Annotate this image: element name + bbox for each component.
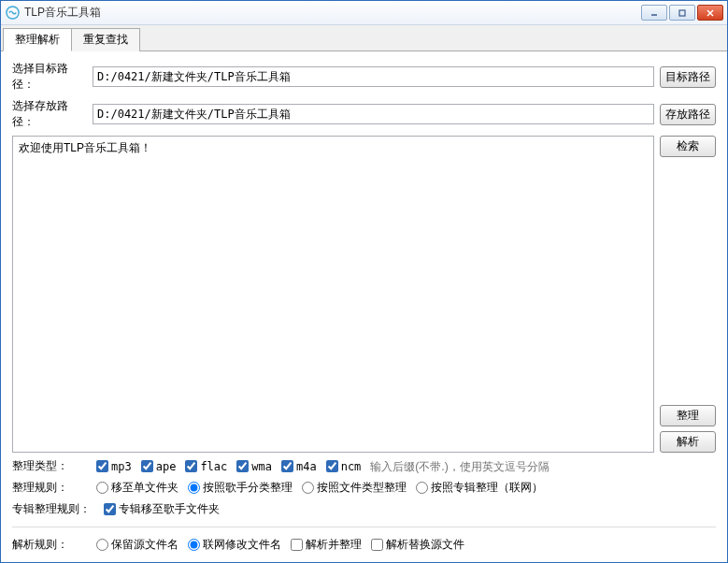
app-icon: [5, 6, 20, 21]
log-output[interactable]: 欢迎使用TLP音乐工具箱！: [12, 136, 654, 453]
chk-mp3[interactable]: mp3: [96, 460, 132, 473]
separator: [12, 527, 716, 527]
rad-single-folder[interactable]: 移至单文件夹: [96, 480, 178, 496]
type-filter-input[interactable]: [370, 460, 716, 473]
album-rule-row: 专辑整理规则： 专辑移至歌手文件夹: [12, 501, 716, 517]
chk-flac[interactable]: flac: [185, 460, 227, 473]
rad-by-artist[interactable]: 按照歌手分类整理: [188, 480, 293, 496]
minimize-button[interactable]: [641, 5, 667, 21]
type-filter-row: 整理类型： mp3 ape flac wma m4a ncm: [12, 458, 716, 474]
search-button[interactable]: 检索: [660, 136, 716, 157]
target-path-row: 选择目标路径： 目标路径: [12, 61, 716, 93]
rad-by-filetype[interactable]: 按照文件类型整理: [302, 480, 407, 496]
chk-ncm[interactable]: ncm: [326, 460, 362, 473]
chk-wma[interactable]: wma: [236, 460, 272, 473]
target-path-button[interactable]: 目标路径: [660, 66, 716, 88]
organize-button[interactable]: 整理: [660, 405, 716, 426]
parse-rule-row: 解析规则： 保留源文件名 联网修改文件名 解析并整理 解析替换源文件: [12, 537, 716, 553]
chk-m4a[interactable]: m4a: [281, 460, 317, 473]
parse-button[interactable]: 解析: [660, 431, 716, 453]
maximize-button[interactable]: [669, 5, 695, 21]
parse-rule-label: 解析规则：: [12, 537, 87, 553]
window-title: TLP音乐工具箱: [24, 5, 641, 21]
album-rule-label: 专辑整理规则：: [12, 501, 94, 517]
save-path-button[interactable]: 存放路径: [660, 104, 716, 125]
side-buttons: 检索 整理 解析: [660, 136, 716, 453]
type-filter-label: 整理类型：: [12, 458, 87, 474]
svg-rect-2: [679, 10, 685, 16]
chk-parse-replace-source[interactable]: 解析替换源文件: [371, 537, 464, 553]
rad-by-album[interactable]: 按照专辑整理（联网）: [416, 480, 543, 496]
chk-album-to-artist[interactable]: 专辑移至歌手文件夹: [104, 501, 220, 517]
rad-keep-filename[interactable]: 保留源文件名: [96, 537, 178, 553]
content: 选择目标路径： 目标路径 选择存放路径： 存放路径 欢迎使用TLP音乐工具箱！ …: [1, 51, 727, 562]
titlebar: TLP音乐工具箱: [1, 1, 727, 25]
tab-organize-parse[interactable]: 整理解析: [3, 28, 72, 51]
target-path-label: 选择目标路径：: [12, 61, 87, 93]
rad-online-rename[interactable]: 联网修改文件名: [188, 537, 281, 553]
target-path-input[interactable]: [93, 66, 654, 87]
save-path-input[interactable]: [93, 104, 654, 124]
chk-parse-and-organize[interactable]: 解析并整理: [291, 537, 362, 553]
tab-duplicate-find[interactable]: 重复查找: [71, 28, 140, 51]
log-row: 欢迎使用TLP音乐工具箱！ 检索 整理 解析: [12, 136, 716, 453]
close-button[interactable]: [697, 5, 723, 21]
save-path-label: 选择存放路径：: [12, 98, 87, 130]
organize-rule-row: 整理规则： 移至单文件夹 按照歌手分类整理 按照文件类型整理 按照专辑整理（联网…: [12, 480, 716, 496]
window: TLP音乐工具箱 整理解析 重复查找 选择目标路径： 目标路径 选择存放路径： …: [0, 0, 728, 563]
organize-rule-label: 整理规则：: [12, 480, 87, 496]
save-path-row: 选择存放路径： 存放路径: [12, 98, 716, 130]
chk-ape[interactable]: ape: [141, 460, 177, 473]
tab-bar: 整理解析 重复查找: [1, 25, 727, 51]
window-controls: [641, 5, 723, 21]
